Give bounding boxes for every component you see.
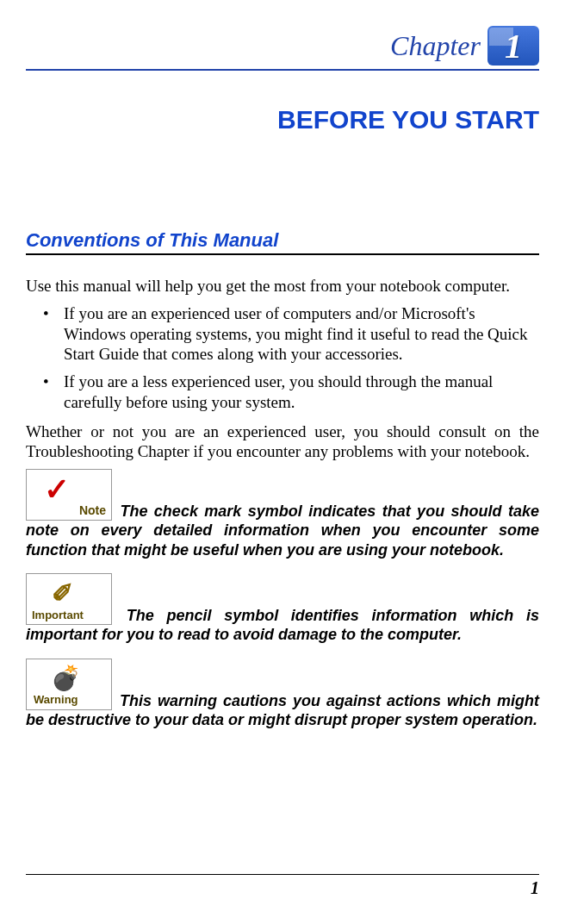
page-footer: 1 xyxy=(26,874,539,898)
note-icon xyxy=(26,469,112,521)
list-item: If you are an experienced user of comput… xyxy=(26,303,539,365)
section-heading: Conventions of This Manual xyxy=(26,229,539,252)
page-number: 1 xyxy=(26,878,539,898)
intro-paragraph: Use this manual will help you get the mo… xyxy=(26,276,539,297)
list-item: If you are a less experienced user, you … xyxy=(26,371,539,413)
body-paragraph: Whether or not you are an experienced us… xyxy=(26,421,539,463)
chapter-label: Chapter xyxy=(390,30,481,62)
section-divider xyxy=(26,253,539,255)
title-divider xyxy=(26,69,539,71)
page-title: BEFORE YOU START xyxy=(26,105,539,134)
note-callout: The check mark symbol indicates that you… xyxy=(26,469,539,559)
footer-divider xyxy=(26,874,539,875)
warning-callout: This warning cautions you against action… xyxy=(26,659,539,730)
warning-icon xyxy=(26,659,112,710)
important-callout: The pencil symbol identifies information… xyxy=(26,573,539,645)
chapter-number: 1 xyxy=(505,26,522,66)
chapter-header: Chapter 1 xyxy=(26,26,539,66)
important-icon xyxy=(26,573,112,625)
chapter-badge: 1 xyxy=(487,26,539,66)
bullet-list: If you are an experienced user of comput… xyxy=(26,303,539,413)
